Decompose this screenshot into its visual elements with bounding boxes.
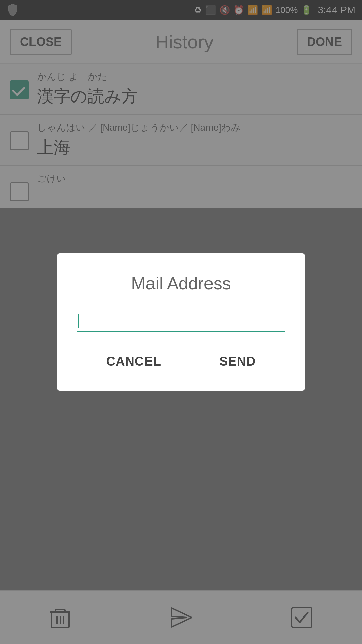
send-button[interactable]: SEND: [206, 349, 269, 374]
dialog-buttons: CANCEL SEND: [77, 349, 285, 374]
dialog-title: Mail Address: [77, 273, 285, 293]
mail-address-dialog: Mail Address CANCEL SEND: [57, 253, 305, 391]
cancel-button[interactable]: CANCEL: [93, 349, 175, 374]
email-input-container: [77, 310, 285, 332]
email-field[interactable]: [77, 310, 285, 332]
text-cursor: [78, 314, 79, 328]
